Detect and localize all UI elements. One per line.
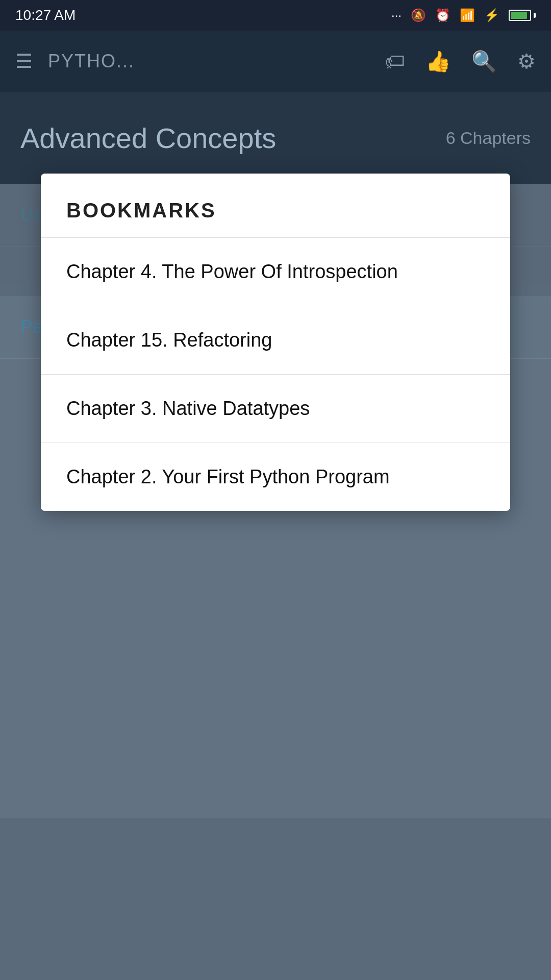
app-title: PYTHO... (48, 51, 369, 72)
signal-dots-icon: ··· (391, 8, 402, 22)
section-chapters: 6 Chapters (446, 128, 531, 148)
clock-icon: ⏰ (435, 8, 450, 22)
bookmark-item-1[interactable]: Chapter 15. Refactoring (41, 306, 510, 374)
bookmark-item-0[interactable]: Chapter 4. The Power Of Introspection (41, 237, 510, 306)
signal-bars-icon: 📶 (460, 8, 475, 22)
battery-icon (509, 10, 536, 21)
bookmarks-modal: BOOKMARKS Chapter 4. The Power Of Intros… (41, 174, 510, 511)
status-icons: ··· 🔕 ⏰ 📶 ⚡ (391, 8, 536, 22)
bookmark-item-text-3: Chapter 2. Your First Python Program (66, 466, 390, 487)
bookmarks-header: BOOKMARKS (41, 174, 510, 237)
bolt-icon: ⚡ (484, 8, 499, 22)
bookmark-item-text-1: Chapter 15. Refactoring (66, 329, 272, 351)
bookmark-icon[interactable]: 🏷 (385, 50, 405, 73)
bookmark-item-text-2: Chapter 3. Native Datatypes (66, 398, 310, 419)
bookmark-item-2[interactable]: Chapter 3. Native Datatypes (41, 374, 510, 443)
bookmarks-title: BOOKMARKS (66, 199, 216, 222)
bell-off-icon: 🔕 (411, 8, 426, 22)
header-icons: 🏷 👍 🔍 ⚙ (385, 50, 536, 74)
like-icon[interactable]: 👍 (425, 50, 451, 74)
search-icon[interactable]: 🔍 (471, 50, 497, 74)
bookmark-item-3[interactable]: Chapter 2. Your First Python Program (41, 443, 510, 511)
app-header: ☰ PYTHO... 🏷 👍 🔍 ⚙ (0, 31, 551, 92)
status-time: 10:27 AM (15, 7, 76, 23)
section-title: Advanced Concepts (20, 121, 276, 155)
section-header: Advanced Concepts 6 Chapters (0, 92, 551, 184)
settings-icon[interactable]: ⚙ (517, 50, 536, 73)
menu-icon[interactable]: ☰ (15, 50, 33, 72)
status-bar: 10:27 AM ··· 🔕 ⏰ 📶 ⚡ (0, 0, 551, 31)
bookmark-item-text-0: Chapter 4. The Power Of Introspection (66, 261, 398, 282)
